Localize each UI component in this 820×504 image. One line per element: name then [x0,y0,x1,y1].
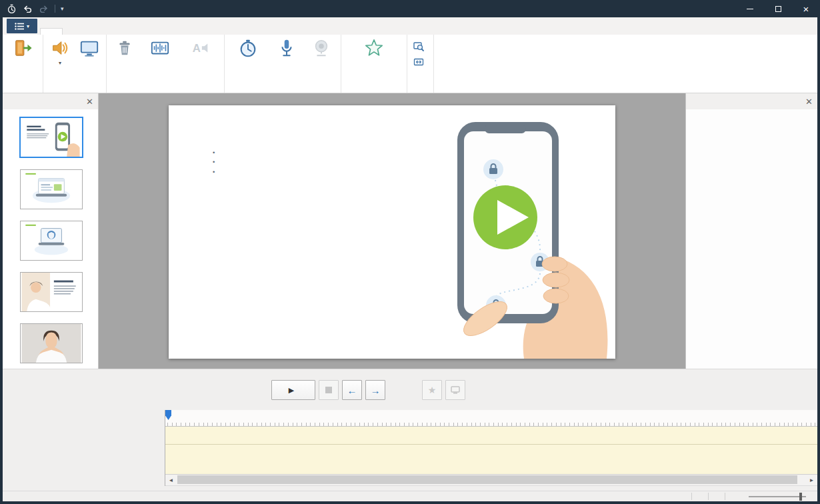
slide-thumbnail-art [21,273,82,311]
scroll-left-arrow-icon[interactable]: ◄ [165,475,177,485]
slide-bullet [213,157,385,167]
slide-track[interactable] [165,427,817,445]
text-to-speech-icon: A [191,38,211,58]
arrow-right-icon: → [371,385,381,396]
previous-slide-button[interactable]: ← [342,380,362,400]
ribbon-group-inserisci: ▾ [43,35,107,93]
stop-button [319,380,339,400]
tab-visualizza[interactable] [63,29,84,35]
insert-video-button[interactable] [75,36,104,60]
magnifier-slide-icon [413,41,424,52]
star-icon: ★ [428,385,437,395]
notes-empty-area[interactable] [686,109,817,369]
play-icon: ▶ [289,386,294,395]
ribbon-tab-row: ▾ [3,17,817,35]
group-label-inserisci [45,82,104,93]
timeline-panel: ◄ ► [3,410,817,491]
trash-icon [115,38,135,58]
minimize-button[interactable] [736,0,764,17]
slide-editor-stage [99,93,685,369]
slide-thumbnail-5[interactable] [3,323,98,363]
slide-thumbnail-art [21,170,82,209]
ribbon-group-anteprima [341,35,407,93]
status-bar [3,491,817,501]
edit-clip-button[interactable] [141,36,179,60]
app-menu-button[interactable]: ▾ [7,19,37,33]
titlebar-separator [55,5,55,13]
maximize-button[interactable] [764,0,792,17]
play-button[interactable]: ▶ [271,380,315,400]
preview-animations-button[interactable] [343,36,405,60]
app-logo-clock-icon [5,3,17,15]
show-all-button[interactable] [409,55,431,69]
microphone-icon [277,38,297,58]
slide-thumbnails-panel: ✕ [3,93,99,369]
audio-track[interactable] [165,445,817,475]
arrow-left-icon: ← [347,385,357,396]
menu-list-icon [15,23,24,30]
undo-icon[interactable] [21,3,33,15]
slide-canvas[interactable] [169,105,615,359]
record-video-button [304,36,339,60]
group-label-anteprima [343,82,405,93]
svg-text:A: A [193,42,201,55]
stopwatch-icon [238,38,258,58]
next-slide-button[interactable]: → [365,380,385,400]
hand-phone-illustration [392,105,615,359]
redo-icon[interactable] [37,3,49,15]
show-slide-toggle-button [445,380,465,400]
statusbar-separator [691,493,692,500]
ribbon-group-chiudi [3,35,43,93]
display-icon [451,386,460,394]
title-bar: ▾ × [0,0,820,17]
slide-bullet [213,167,385,177]
close-icon[interactable]: ✕ [805,97,813,106]
zoom-slider-track[interactable] [749,496,806,497]
scrollbar-thumb[interactable] [177,475,797,484]
waveform-clip-icon [150,38,170,58]
save-close-icon [13,38,33,58]
group-label-minutaggio [227,82,339,93]
quick-access-chevron-icon[interactable]: ▾ [61,5,64,12]
group-label-zoom [409,82,431,93]
record-audio-button[interactable] [269,36,304,60]
slide-thumbnail-art [21,324,82,363]
zoom-slide-button[interactable] [409,40,431,53]
slide-thumbnail-4[interactable] [3,272,98,312]
playback-panel: ▶ ← → ★ [3,369,817,410]
insert-audio-button[interactable]: ▾ [45,36,75,67]
timeline-tracks: ◄ ► [165,410,817,486]
timeline-scrollbar[interactable]: ◄ ► [165,475,817,486]
slide-bullet [213,148,385,157]
close-icon[interactable]: ✕ [86,97,93,106]
playhead-marker[interactable] [165,410,171,420]
audio-dropdown-chevron-icon[interactable]: ▾ [59,61,61,67]
play-animations-toggle-button: ★ [422,380,442,400]
zoom-slider[interactable] [741,496,817,497]
statusbar-separator [708,493,709,500]
ribbon-group-zoom [407,35,434,93]
star-icon [364,38,384,58]
ribbon-group-modifica: A [107,35,225,93]
slide-thumbnail-art [21,118,82,157]
slide-thumbnail-2[interactable] [3,169,98,209]
group-label-modifica [109,82,222,93]
slide-notes-panel: ✕ [685,93,817,369]
save-and-close-button[interactable] [5,36,41,60]
sync-button[interactable] [227,36,269,60]
app-window: ▾ × ▾ [0,0,820,504]
scroll-right-arrow-icon[interactable]: ► [806,475,817,485]
ribbon-group-minutaggio [225,35,341,93]
ruler-minor-ticks [167,423,817,426]
tab-inizio[interactable] [40,28,63,35]
timeline-ruler[interactable] [165,410,817,427]
edit-text-to-speech-button: A [179,36,222,60]
close-button[interactable]: × [792,0,820,17]
slide-thumbnail-3[interactable] [3,221,98,261]
group-label-chiudi [5,82,41,93]
zoom-slider-thumb[interactable] [799,493,802,501]
slide-thumbnail-1[interactable] [3,117,98,158]
speaker-icon [50,38,70,58]
slide-thumbnail-art [21,221,82,260]
delete-clip-button[interactable] [109,36,141,60]
